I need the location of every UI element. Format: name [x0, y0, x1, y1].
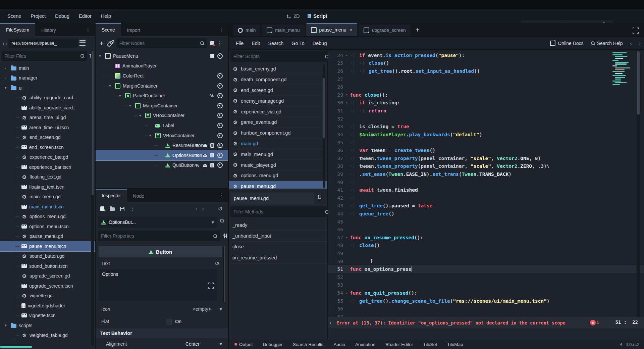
bottom-tab-output[interactable]: Output — [234, 342, 253, 347]
path-field[interactable]: res://scenes/ui/pause_ — [8, 39, 78, 48]
file-row-weighted-table-gd[interactable]: ⚙weighted_table.gd — [0, 331, 95, 341]
tab-node[interactable]: Node — [127, 190, 150, 202]
new-resource-button[interactable] — [100, 206, 104, 211]
tab-import[interactable]: Import — [121, 24, 147, 36]
filter-nodes-input[interactable]: Filter Nodes — [116, 38, 207, 48]
folder-row-manager[interactable]: ›manager — [0, 73, 95, 83]
code-line-45[interactable]: 45 — [328, 218, 644, 226]
visibility-eye-icon[interactable] — [217, 73, 223, 79]
class-section-header[interactable]: Button — [99, 246, 222, 257]
tree-arrow-icon[interactable]: ▾ — [119, 94, 125, 98]
bottom-tab-tilemap[interactable]: TileMap — [447, 342, 463, 347]
code-line-54[interactable]: 54▾func on_quit_pressed(): — [328, 289, 644, 297]
file-row-options-menu-tscn[interactable]: options_menu.tscn — [0, 221, 95, 232]
split-mode-button[interactable] — [79, 40, 86, 46]
detach-script-button[interactable] — [210, 41, 214, 45]
code-scrollbar[interactable] — [637, 50, 640, 317]
code-line-38[interactable]: 38›|tween.tween_property(panel_container… — [328, 162, 644, 170]
search-help-button[interactable]: Search Help — [591, 41, 623, 46]
script-back-button[interactable]: ‹ — [630, 41, 632, 46]
scene-node-pausemenu[interactable]: ▾PauseMenu — [96, 51, 228, 61]
file-row-upgrade-screen-tscn[interactable]: upgrade_screen.tscn — [0, 281, 95, 291]
nav-forward-button[interactable]: › — [6, 41, 7, 46]
file-row-main-menu-tscn[interactable]: main_menu.tscn — [0, 202, 95, 212]
scene-node-vboxcontainer[interactable]: ▾VBoxContainer — [96, 131, 228, 141]
fold-arrow-icon[interactable]: ▾ — [344, 93, 350, 97]
code-line-35[interactable]: 35›| — [328, 139, 644, 147]
save-resource-button[interactable] — [120, 207, 124, 211]
history-forward-button[interactable]: › — [202, 206, 204, 211]
code-line-44[interactable]: 44›|queue_free() — [328, 210, 644, 218]
folder-row-scripts[interactable]: ▾scripts — [0, 320, 95, 331]
method-item-unhandled-input[interactable]: _unhandled_input — [229, 231, 327, 241]
file-row-vignette-gdshader[interactable]: vignette.gdshader — [0, 301, 95, 311]
code-line-50[interactable]: 50I — [328, 257, 644, 265]
history-back-button[interactable]: ‹ — [196, 206, 197, 211]
sort-methods-button[interactable]: ⇅ — [317, 194, 321, 200]
script-item-hurtbox-component-gd[interactable]: ⚙hurtbox_component.gd — [229, 128, 327, 139]
script-item-main-gd[interactable]: ⚙main.gd — [229, 139, 327, 149]
scene-menu-button[interactable]: ⋮ — [219, 27, 224, 33]
scene-node-vboxcontainer[interactable]: ▾VBoxContainer — [96, 111, 228, 121]
visibility-eye-icon[interactable] — [217, 162, 223, 168]
inspector-menu-button[interactable]: ⋮ — [219, 192, 224, 198]
code-line-42[interactable]: 42›| — [328, 194, 644, 202]
expand-text-button[interactable] — [208, 283, 214, 289]
file-row-ability-upgrade-card[interactable]: ability_upgrade_card... — [0, 103, 95, 113]
scene-tree-menu-button[interactable]: ⋮ — [217, 40, 223, 46]
bottom-tab-shader-editor[interactable]: Shader Editor — [385, 342, 413, 347]
code-line-55[interactable]: 55›|get_tree().change_scene_to_file("res… — [328, 297, 644, 305]
script-list-scrollbar[interactable] — [323, 64, 325, 188]
scene-node-optionsbutton[interactable]: OptionsButton% — [96, 150, 228, 160]
tree-arrow-icon[interactable]: ▾ — [5, 86, 11, 90]
bottom-tab-debugger[interactable]: Debugger — [263, 342, 283, 347]
code-line-56[interactable]: 56 — [328, 305, 644, 313]
visibility-eye-icon[interactable] — [217, 103, 223, 108]
instance-scene-button[interactable] — [106, 40, 113, 47]
text-behavior-group-header[interactable]: Text Behavior — [96, 329, 228, 338]
tab-filesystem[interactable]: FileSystem — [0, 23, 35, 36]
file-row-sound-button-tscn[interactable]: sound_button.tscn — [0, 261, 95, 271]
method-item-close[interactable]: close — [229, 242, 327, 252]
fold-arrow-icon[interactable]: ▾ — [344, 291, 350, 295]
folder-row-main[interactable]: ›main — [0, 63, 95, 73]
bottom-tab-search-results[interactable]: Search Results — [293, 342, 324, 347]
code-line-31[interactable]: 31›|›|return — [328, 107, 644, 115]
filter-methods-input[interactable]: Filter Methods — [230, 206, 332, 217]
code-line-34[interactable]: 34›|$AnimationPlayer.play_backwards("def… — [328, 131, 644, 139]
tree-arrow-icon[interactable]: ▾ — [5, 323, 11, 328]
scene-node-resumebutton[interactable]: ResumeButton% — [96, 140, 228, 150]
code-line-33[interactable]: 33›|is_closing = true — [328, 122, 644, 131]
attached-script-icon[interactable] — [210, 153, 214, 157]
attached-script-icon[interactable] — [210, 163, 214, 167]
workspace-script-button[interactable]: Script — [307, 13, 327, 19]
code-line-25[interactable]: 25›|›|close() — [328, 59, 644, 67]
add-node-button[interactable]: + — [100, 40, 104, 47]
open-docs-button[interactable] — [220, 218, 224, 223]
chevron-down-icon[interactable]: ▾ — [220, 306, 222, 312]
code-line-47[interactable]: 47▾func on_resume_pressed(): — [328, 234, 644, 242]
code-line-43[interactable]: 43›|get_tree().paused = false — [328, 202, 644, 210]
file-row-end-screen-tscn[interactable]: end_screen.tscn — [0, 142, 95, 152]
code-line-40[interactable]: 40›| — [328, 178, 644, 186]
code-line-26[interactable]: 26›|›|get_tree().root.set_input_as_handl… — [328, 67, 644, 75]
file-row-experience-bar-gd[interactable]: ⚙experience_bar.gd — [0, 152, 95, 162]
attached-script-icon[interactable] — [210, 143, 214, 148]
file-row-ability-upgrade-card[interactable]: ⚙ability_upgrade_card... — [0, 93, 95, 103]
code-line-27[interactable]: 27 — [328, 75, 644, 83]
method-item-on-resume-pressed[interactable]: on_resume_pressed — [229, 252, 327, 263]
attached-script-icon[interactable] — [210, 54, 214, 58]
file-row-vignette-tscn[interactable]: vignette.tscn — [0, 311, 95, 321]
scene-node-animationplayer[interactable]: AnimationPlayer — [96, 61, 228, 71]
fold-arrow-icon[interactable]: ▾ — [344, 53, 350, 57]
tree-arrow-icon[interactable]: ▾ — [109, 84, 115, 88]
file-row-main-menu-gd[interactable]: ⚙main_menu.gd — [0, 192, 95, 202]
script-item-pause-menu-gd[interactable]: ⚙pause_menu.gd — [229, 181, 327, 189]
visibility-eye-icon[interactable] — [217, 143, 223, 148]
script-item-enemy-manager-gd[interactable]: ⚙enemy_manager.gd — [229, 96, 327, 106]
tab-inspector[interactable]: Inspector — [96, 189, 127, 202]
error-scroll-left-icon[interactable]: ‹ — [330, 320, 331, 326]
scene-node-margincontainer[interactable]: ▾MarginContainer — [96, 101, 228, 111]
script-menu-go-to[interactable]: Go To — [288, 39, 308, 47]
code-line-52[interactable]: 52 — [328, 273, 644, 281]
